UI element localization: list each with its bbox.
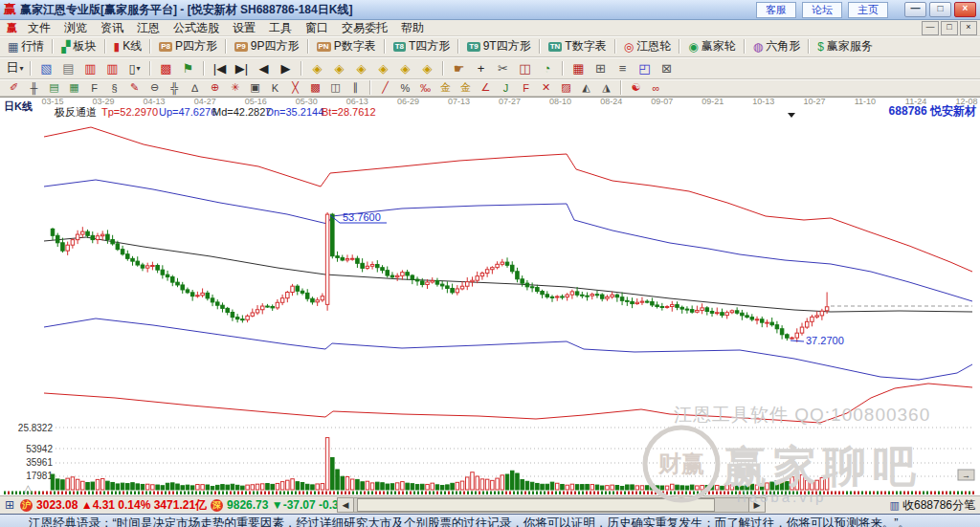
- scroll-right-arrow[interactable]: ▶: [748, 497, 766, 513]
- toolbar-button-p-square[interactable]: P8P四方形: [155, 38, 221, 55]
- tool-playback[interactable]: ⚑: [178, 58, 198, 78]
- menu-item-资讯[interactable]: 资讯: [94, 20, 130, 36]
- tool-grid-b[interactable]: ▦: [65, 80, 83, 96]
- tool-pencil[interactable]: ✐: [5, 80, 23, 96]
- toolbar-button-t9-square[interactable]: T99T四方形: [463, 38, 534, 55]
- tool-spiral[interactable]: §: [105, 80, 123, 96]
- tool-hand-tool[interactable]: ☛: [449, 58, 469, 78]
- tool-fibo[interactable]: F: [85, 80, 103, 96]
- tool-print[interactable]: ⊠: [657, 58, 677, 78]
- tool-hline-tool[interactable]: ╫: [25, 80, 43, 96]
- horizontal-scrollbar[interactable]: ◀ ▶: [337, 497, 766, 513]
- tool-crosshair[interactable]: +: [471, 58, 491, 78]
- titlebar-link-主页[interactable]: 主页: [848, 2, 888, 18]
- titlebar-link-客服[interactable]: 客服: [756, 2, 796, 18]
- menu-item-帮助[interactable]: 帮助: [394, 20, 431, 36]
- minimize-button[interactable]: —: [904, 2, 926, 17]
- tool-new-window[interactable]: ▧: [36, 58, 56, 78]
- tool-calculator[interactable]: ⊞: [590, 58, 611, 78]
- tool-tri-up[interactable]: ◭: [577, 80, 595, 96]
- tool-infinity[interactable]: ∞: [647, 80, 665, 96]
- mdi-minimize-button[interactable]: —: [922, 21, 939, 35]
- tool-zoom-area[interactable]: ◫: [515, 58, 535, 78]
- tool-angle[interactable]: ∠: [477, 80, 495, 96]
- toolbar-button-quotes[interactable]: ▦行情: [4, 38, 48, 55]
- scrollbar-thumb[interactable]: [357, 498, 715, 512]
- tool-box-tool[interactable]: ▣: [246, 80, 264, 96]
- toolbar-button-kline[interactable]: ▮K线: [110, 38, 146, 55]
- mdi-restore-button[interactable]: □: [941, 21, 958, 35]
- tool-j-angle[interactable]: J: [497, 80, 515, 96]
- toolbar-button-hexagon[interactable]: ◍六角形: [749, 38, 804, 55]
- menu-item-浏览[interactable]: 浏览: [57, 20, 94, 36]
- toolbar-button-p-number-table[interactable]: PNP数字表: [313, 38, 380, 55]
- tool-triangle-tool[interactable]: ∆: [186, 80, 204, 96]
- toolbar-button-winner-service[interactable]: $赢家服务: [813, 38, 877, 55]
- tool-diamond-out[interactable]: ◈: [417, 58, 437, 78]
- tool-diamond-up[interactable]: ◈: [351, 58, 371, 78]
- tool-split-box[interactable]: ◫: [326, 80, 345, 96]
- tool-candle-style[interactable]: ▯▾: [124, 58, 145, 78]
- tool-save[interactable]: ◰: [635, 58, 655, 78]
- tool-info-board[interactable]: ▤: [58, 58, 78, 78]
- tool-taiji[interactable]: ☯: [627, 80, 645, 96]
- tool-period-day[interactable]: 日▾: [5, 58, 25, 78]
- tool-diamond-in[interactable]: ◈: [395, 58, 415, 78]
- tool-red-vol-1[interactable]: ▥: [80, 58, 100, 78]
- menu-item-工具[interactable]: 工具: [262, 20, 299, 36]
- toolbar-button-sectors[interactable]: ▞板块: [57, 38, 100, 55]
- tool-calendar[interactable]: ▦: [568, 58, 589, 78]
- close-button[interactable]: ×: [954, 2, 976, 17]
- menu-item-设置[interactable]: 设置: [226, 20, 262, 36]
- tool-grid-a[interactable]: ▤: [45, 80, 63, 96]
- tool-gann-arc[interactable]: ◔: [537, 58, 557, 78]
- menu-item-窗口[interactable]: 窗口: [299, 20, 335, 36]
- tool-x-lines[interactable]: ╳: [286, 80, 304, 96]
- toolbar-button-t-number-table[interactable]: TNT数字表: [545, 38, 611, 55]
- tool-next[interactable]: ▶: [276, 58, 296, 78]
- tool-target[interactable]: ⊕: [206, 80, 224, 96]
- tool-cross-grid[interactable]: ╬: [166, 80, 184, 96]
- tool-star-tool[interactable]: ✳: [226, 80, 244, 96]
- menu-item-江恩[interactable]: 江恩: [130, 20, 167, 36]
- tool-draw-line[interactable]: ✎: [125, 80, 144, 96]
- tool-k-mark[interactable]: K: [266, 80, 284, 96]
- tool-diamond-right[interactable]: ◈: [329, 58, 349, 78]
- mdi-close-button[interactable]: ×: [960, 21, 977, 35]
- tool-erase[interactable]: ✕: [537, 80, 555, 96]
- tool-tri-down[interactable]: ◮: [597, 80, 615, 96]
- tool-k-zone[interactable]: ▩: [156, 58, 176, 78]
- tool-parallel[interactable]: ∥: [346, 80, 365, 96]
- tool-golden-b[interactable]: 金: [457, 80, 475, 96]
- tool-cycle[interactable]: ⊖: [145, 80, 164, 96]
- menu-item-交易委托[interactable]: 交易委托: [335, 20, 394, 36]
- tool-percent[interactable]: %: [396, 80, 414, 96]
- scroll-left-arrow[interactable]: ◀: [337, 497, 354, 513]
- tool-shade[interactable]: ▨: [557, 80, 575, 96]
- keyboard-wizard-icon[interactable]: ⊞: [5, 498, 14, 512]
- tool-last-page[interactable]: ▶|: [232, 58, 252, 78]
- toolbar-button-t-square[interactable]: T8T四方形: [390, 38, 455, 55]
- tool-first-page[interactable]: |◀: [210, 58, 230, 78]
- menu-item-公式选股[interactable]: 公式选股: [167, 20, 226, 36]
- maximize-button[interactable]: □: [929, 2, 951, 17]
- tool-f-angle[interactable]: F: [517, 80, 535, 96]
- shanghai-index-quote[interactable]: 3023.08 ▲4.31 0.14% 3471.21亿: [36, 497, 207, 514]
- toolbar-button-p9-square[interactable]: P99P四方形: [231, 38, 302, 55]
- tool-notes[interactable]: ≡: [612, 58, 633, 78]
- titlebar-link-论坛[interactable]: 论坛: [802, 2, 842, 18]
- tool-cut-tool[interactable]: ✂: [493, 58, 513, 78]
- scrollbar-track[interactable]: [354, 497, 748, 513]
- tick-data-link[interactable]: ▥ 收688786分笔: [890, 497, 975, 514]
- tool-permille[interactable]: ‰: [416, 80, 434, 96]
- tool-prev[interactable]: ◀: [254, 58, 274, 78]
- toolbar-button-gann-wheel[interactable]: ◎江恩轮: [620, 38, 675, 55]
- tool-diamond-down[interactable]: ◈: [373, 58, 393, 78]
- toolbar-button-winner-wheel[interactable]: ◉赢家轮: [684, 38, 739, 55]
- tool-trend-line[interactable]: ╱: [376, 80, 394, 96]
- tool-gann-grid[interactable]: ▩: [306, 80, 324, 96]
- tool-diamond-left[interactable]: ◈: [307, 58, 327, 78]
- tool-red-vol-2[interactable]: ▥: [102, 58, 122, 78]
- tool-golden-a[interactable]: 金: [436, 80, 455, 96]
- menu-item-文件[interactable]: 文件: [21, 20, 57, 36]
